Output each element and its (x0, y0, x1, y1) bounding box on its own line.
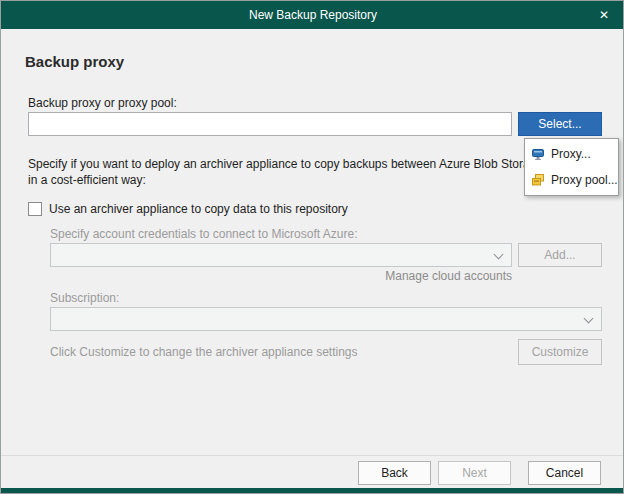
proxy-pool-icon (531, 173, 545, 187)
menu-item-proxy-label: Proxy... (551, 147, 591, 161)
menu-item-proxy[interactable]: Proxy... (525, 141, 618, 167)
select-dropdown-menu: Proxy... Proxy pool... (524, 138, 619, 196)
proxy-pool-label: Backup proxy or proxy pool: (28, 96, 177, 110)
footer-divider (1, 455, 624, 456)
customize-hint-text: Click Customize to change the archiver a… (50, 345, 358, 359)
cancel-button[interactable]: Cancel (528, 461, 601, 485)
subscription-combobox[interactable] (50, 307, 602, 331)
menu-item-proxy-pool-label: Proxy pool... (551, 173, 618, 187)
archiver-description-line1: Specify if you want to deploy an archive… (28, 157, 543, 171)
chevron-down-icon (494, 250, 504, 260)
new-backup-repository-dialog: New Backup Repository ✕ Backup proxy Bac… (0, 0, 624, 494)
archiver-checkbox-row: Use an archiver appliance to copy data t… (28, 202, 348, 216)
archiver-description-line2: in a cost-efficient way: (28, 173, 146, 187)
menu-item-proxy-pool[interactable]: Proxy pool... (525, 167, 618, 193)
titlebar: New Backup Repository ✕ (1, 1, 624, 29)
proxy-input[interactable] (28, 112, 512, 136)
manage-cloud-accounts-link[interactable]: Manage cloud accounts (50, 269, 512, 283)
select-button[interactable]: Select... (518, 112, 602, 136)
add-button[interactable]: Add... (518, 243, 602, 267)
proxy-icon (531, 147, 545, 161)
archiver-checkbox-label: Use an archiver appliance to copy data t… (49, 202, 348, 216)
archiver-checkbox[interactable] (28, 202, 42, 216)
credentials-combobox[interactable] (50, 243, 512, 267)
customize-button[interactable]: Customize (518, 339, 602, 365)
page-title: Backup proxy (25, 53, 124, 70)
subscription-label: Subscription: (50, 291, 119, 305)
close-icon[interactable]: ✕ (583, 1, 624, 29)
window-title: New Backup Repository (249, 8, 377, 22)
back-button[interactable]: Back (358, 461, 431, 485)
bottom-accent-bar (1, 488, 624, 494)
next-button[interactable]: Next (438, 461, 511, 485)
credentials-label: Specify account credentials to connect t… (50, 227, 358, 241)
chevron-down-icon (584, 314, 594, 324)
